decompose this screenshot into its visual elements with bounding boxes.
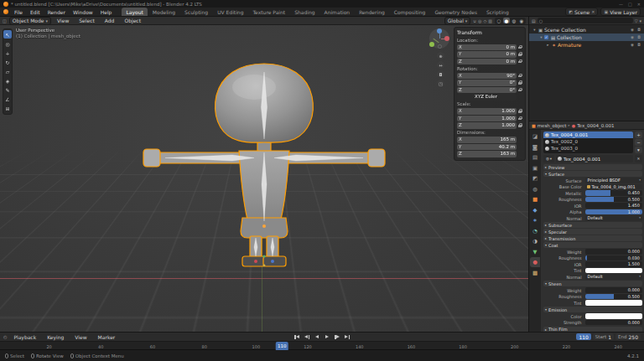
remove-material-slot[interactable]: −	[635, 139, 642, 146]
view-layer-selector[interactable]: ▣ View Layer	[600, 8, 641, 16]
gizmo-toggle-icon[interactable]: ◇	[483, 18, 486, 23]
material-name-field[interactable]: Tex_0004_0.001	[556, 155, 633, 162]
transform-row[interactable]: X 0 m	[457, 44, 522, 51]
tool-cursor[interactable]: ◎	[3, 39, 12, 48]
output-tab[interactable]: ▤	[530, 152, 540, 162]
tool-select-box[interactable]: ↖	[3, 30, 12, 39]
workspace-tab[interactable]: Texture Paint	[248, 8, 289, 16]
outliner-row[interactable]: ▾ ✓ ▤ Collection ◉ ◘	[529, 34, 644, 41]
outliner-item-label[interactable]: Collection	[557, 34, 582, 40]
close-icon[interactable]: ✕	[591, 9, 595, 14]
property-control[interactable]: 0.000 ▾	[585, 287, 642, 293]
transform-row[interactable]: Y 1.000	[457, 116, 522, 122]
workspace-tab[interactable]: Sculpting	[180, 8, 212, 16]
world-tab[interactable]: ◍	[530, 184, 540, 194]
lock-icon[interactable]	[517, 52, 522, 57]
lock-icon[interactable]	[517, 109, 522, 114]
texture-tab[interactable]: ▩	[530, 268, 540, 278]
lock-icon[interactable]	[517, 44, 522, 49]
scene-selector[interactable]: ◩ Scene ✕	[565, 8, 598, 16]
transform-row[interactable]: X 90°	[457, 73, 522, 80]
material-slot[interactable]: Tex_0002_0	[543, 138, 633, 145]
workspace-tab[interactable]: Scripting	[482, 8, 513, 16]
jump-to-start-button[interactable]	[293, 333, 301, 340]
workspace-tab[interactable]: Layout	[122, 8, 147, 16]
workspace-tab[interactable]: Rendering	[355, 8, 389, 16]
tool-tab[interactable]: ◪	[530, 132, 540, 142]
editor-type-icon[interactable]: ▤	[532, 18, 536, 23]
menu-item[interactable]: File	[11, 8, 26, 16]
tool-transform[interactable]: ◈	[3, 76, 12, 85]
add-material-slot[interactable]: +	[635, 132, 642, 138]
property-control[interactable]: 1.450 ▾	[585, 203, 642, 209]
chevron-down-icon[interactable]: ▾	[639, 18, 641, 23]
modifiers-tab[interactable]: ◆	[530, 205, 540, 215]
transform-row[interactable]: Z 1.000	[457, 122, 522, 129]
outliner-item-label[interactable]: Scene Collection	[544, 27, 586, 33]
sidebar-panel-title[interactable]: Transform	[457, 29, 522, 35]
menu-item[interactable]: Window	[70, 8, 96, 16]
tool-add-cube[interactable]: ⊞	[3, 104, 12, 112]
transform-row[interactable]: Y 0 m	[457, 51, 522, 58]
lock-icon[interactable]	[517, 123, 522, 128]
collection-checkbox[interactable]: ✓	[544, 35, 548, 39]
blender-menu-icon[interactable]	[3, 9, 8, 14]
property-control[interactable]: 1.000 ▾	[585, 209, 642, 215]
property-control[interactable]: Default ▾	[585, 274, 642, 280]
property-control[interactable]: 0.450 ▾	[585, 190, 642, 196]
play-reverse-button[interactable]	[313, 333, 321, 340]
frame-start-field[interactable]: Start 1	[593, 333, 614, 340]
mode-dropdown[interactable]: Object Mode ▾	[9, 17, 51, 25]
timeline-menu-item[interactable]: Marker	[95, 333, 119, 341]
close-button[interactable]: ✕	[637, 2, 641, 7]
lock-icon[interactable]	[517, 80, 522, 85]
property-control[interactable]: Tex_0004_0_img.001 ▾	[585, 184, 642, 190]
property-control[interactable]: Principled BSDF ▾	[585, 178, 642, 183]
view-layer-tab[interactable]: ▣	[530, 163, 540, 173]
material-slot[interactable]: Tex_0003_0	[543, 145, 633, 152]
snap-magnet-icon[interactable]: ∪	[473, 18, 476, 23]
overlays-toggle-icon[interactable]: ▥	[488, 18, 492, 23]
property-control[interactable]: 0.500 ▾	[585, 294, 642, 300]
outliner-row[interactable]: ▸ ✓ ✦ Armature ◉ ◘	[529, 41, 644, 49]
property-control[interactable]: 1.500 ▾	[585, 261, 642, 267]
tool-move[interactable]: +	[3, 49, 12, 57]
property-control[interactable]: ▾	[585, 313, 642, 319]
gizmo-y-dot[interactable]	[429, 42, 434, 47]
gizmo-z-dot[interactable]	[437, 28, 442, 34]
outliner-search-input[interactable]: ○	[538, 18, 633, 23]
shading-solid[interactable]: ●	[503, 18, 510, 23]
viewport-menu-item[interactable]: Object	[121, 17, 144, 24]
breadcrumb-object-name[interactable]: mesh_object	[538, 123, 567, 128]
editor-type-icon[interactable]: ◫	[3, 18, 7, 23]
property-control[interactable]: ▾	[585, 300, 642, 306]
camera-view-icon[interactable]: ◘	[437, 70, 444, 78]
filter-icon[interactable]: ▽	[635, 18, 638, 23]
render-tab[interactable]: ◙	[530, 142, 540, 152]
lock-icon[interactable]	[517, 73, 522, 78]
minimize-button[interactable]: —	[619, 2, 623, 7]
menu-item[interactable]: Edit	[27, 8, 44, 16]
property-control[interactable]: ▾	[585, 268, 642, 274]
menu-item[interactable]: Help	[97, 8, 116, 16]
property-control[interactable]: 0.000 ▾	[585, 249, 642, 255]
transform-row[interactable]: Z 163 m	[457, 151, 522, 157]
timeline-menu-item[interactable]: View	[71, 333, 90, 341]
visibility-eye-icon[interactable]: ◉	[629, 28, 636, 32]
workspace-tab[interactable]: Geometry Nodes	[430, 8, 481, 16]
menu-item[interactable]: Render	[44, 8, 69, 16]
zoom-icon[interactable]: ⊕	[437, 52, 444, 59]
transform-row[interactable]: XYZ Euler	[457, 94, 522, 101]
editor-type-icon[interactable]: ◴	[3, 334, 7, 339]
physics-tab[interactable]: ◔	[530, 226, 540, 236]
playhead[interactable]: 110	[276, 342, 288, 350]
browse-material-button[interactable]: ◍ ▾	[543, 155, 554, 162]
workspace-tab[interactable]: Shading	[290, 8, 319, 16]
breadcrumb-material-name[interactable]: Tex_0004_0.001	[577, 123, 614, 128]
scene-tab[interactable]: ◩	[530, 173, 540, 183]
material-tab[interactable]: ●	[530, 257, 540, 267]
perspective-toggle-icon[interactable]: ◳	[437, 80, 444, 87]
constraints-tab[interactable]: ◑	[530, 236, 540, 246]
expand-caret-icon[interactable]: ▾	[532, 28, 538, 32]
transform-row[interactable]: Z 0°	[457, 87, 522, 94]
